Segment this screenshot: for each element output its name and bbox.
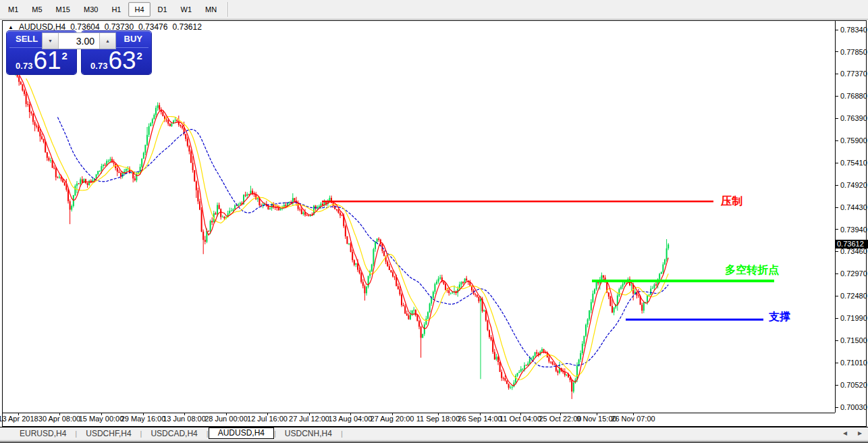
price-axis-label: 0.77370 — [840, 70, 867, 78]
timeframe-button-m5[interactable]: M5 — [26, 2, 48, 17]
chart-window — [2, 20, 867, 427]
chevron-down-icon: ▼ — [48, 38, 53, 43]
metatrader-window: M1M5M15M30H1H4D1W1MN ▲ AUDUSD,H4 0.73604… — [0, 0, 868, 443]
tab-scroll-arrows: ◂ ▸ — [841, 428, 864, 438]
price-tick — [836, 30, 838, 30]
price-axis-label: 0.76390 — [840, 114, 867, 122]
ohlc-high: 0.73730 — [105, 22, 134, 32]
price-tick — [836, 273, 838, 274]
sell-price-big: 61 — [33, 49, 61, 73]
chart-tab-bar: EURUSD,H4|USDCHF,H4|USDCAD,H4|AUDUSD,H4|… — [0, 427, 868, 440]
timeframe-button-m30[interactable]: M30 — [78, 2, 104, 17]
price-tick — [836, 163, 838, 163]
tab-separator: | — [341, 429, 343, 438]
ohlc-close: 0.73612 — [172, 22, 201, 32]
price-tick — [836, 363, 838, 363]
price-tick — [836, 51, 838, 52]
price-axis-label: 0.72480 — [840, 292, 867, 300]
price-tick — [836, 407, 838, 408]
price-axis-label: 0.70030 — [840, 403, 867, 411]
buy-label: BUY — [124, 34, 142, 44]
price-axis-label: 0.74430 — [840, 203, 867, 211]
sell-price: 0.73 61 2 — [7, 49, 76, 73]
time-axis-label: 26 Nov 07:00 — [605, 415, 661, 423]
buy-price-big: 63 — [108, 49, 136, 73]
status-strip — [0, 440, 868, 443]
timeframe-button-h1[interactable]: H1 — [105, 2, 127, 17]
price-tick — [836, 74, 838, 74]
price-tick — [836, 185, 838, 186]
price-axis-label: 0.70520 — [840, 381, 867, 389]
resistance-line-label[interactable]: 压制 — [721, 194, 742, 209]
price-tick — [836, 296, 838, 296]
chart-symbol-period: AUDUSD,H4 — [19, 22, 65, 32]
ohlc-open: 0.73604 — [70, 22, 99, 32]
chart-tab-audusd[interactable]: AUDUSD,H4 — [209, 427, 274, 439]
chart-tab-usdcad[interactable]: USDCAD,H4 — [142, 428, 206, 440]
chevron-up-icon: ▲ — [105, 38, 110, 43]
price-tick — [836, 318, 838, 319]
price-tick — [836, 385, 838, 386]
sell-price-sup: 2 — [62, 50, 67, 61]
pivot-line-label[interactable]: 多空转折点 — [725, 263, 779, 278]
price-axis-label: 0.75410 — [840, 159, 867, 167]
chart-tab-usdchf[interactable]: USDCHF,H4 — [77, 428, 140, 440]
price-tick — [836, 207, 838, 208]
price-axis-label: 0.75900 — [840, 136, 867, 145]
price-axis-label: 0.73940 — [840, 226, 867, 234]
volume-value[interactable]: 3.00 — [59, 33, 99, 49]
toolbar-separator — [227, 2, 229, 17]
price-axis-label: 0.73460 — [840, 247, 867, 255]
buy-price-sup: 2 — [137, 50, 142, 61]
price-axis-label: 0.71990 — [840, 314, 867, 322]
chart-tab-eurusd[interactable]: EURUSD,H4 — [11, 428, 75, 440]
price-tick — [836, 118, 838, 119]
volume-stepper: ▼ 3.00 ▲ — [42, 32, 116, 49]
price-axis-label: 0.77850 — [840, 48, 867, 56]
time-axis-separator — [3, 413, 835, 413]
price-tick — [836, 96, 838, 97]
timeframe-button-m1[interactable]: M1 — [2, 2, 24, 17]
timeframe-button-m15[interactable]: M15 — [50, 2, 76, 17]
price-axis-label: 0.71500 — [840, 336, 867, 344]
price-tick — [836, 140, 838, 141]
price-axis-label: 0.78340 — [840, 26, 867, 34]
current-price-tag: 0.73612 — [836, 240, 868, 249]
sell-label: SELL — [16, 34, 38, 44]
timeframe-toolbar: M1M5M15M30H1H4D1W1MN — [0, 0, 868, 20]
ohlc-low: 0.73476 — [138, 22, 167, 32]
price-tick — [836, 229, 838, 230]
price-axis-label: 0.72970 — [840, 269, 867, 278]
one-click-trading-panel: SELL 0.73 61 2 BUY 0.73 63 2 ▼ 3.00 ▲ — [7, 31, 151, 74]
volume-increase-button[interactable]: ▲ — [99, 33, 115, 49]
timeframe-button-w1[interactable]: W1 — [175, 2, 198, 17]
price-tick — [836, 251, 838, 252]
tab-scroll-left-icon[interactable]: ◂ — [841, 428, 849, 438]
price-tick — [836, 340, 838, 341]
buy-price-prefix: 0.73 — [90, 61, 107, 71]
tab-scroll-right-icon[interactable]: ▸ — [856, 428, 864, 438]
price-axis-label: 0.71010 — [840, 359, 867, 367]
chart-tab-usdcnh[interactable]: USDCNH,H4 — [276, 428, 341, 440]
timeframe-button-h4[interactable]: H4 — [128, 2, 150, 17]
price-axis-label: 0.76880 — [840, 92, 867, 100]
chart-header: ▲ AUDUSD,H4 0.73604 0.73730 0.73476 0.73… — [8, 22, 202, 32]
collapse-icon[interactable]: ▲ — [8, 24, 13, 30]
price-axis-label: 0.74920 — [840, 181, 867, 189]
buy-price: 0.73 63 2 — [82, 49, 151, 73]
volume-decrease-button[interactable]: ▼ — [43, 33, 59, 49]
timeframe-button-mn[interactable]: MN — [199, 2, 223, 17]
price-axis-separator — [835, 21, 836, 413]
support-line-label[interactable]: 支撑 — [769, 310, 790, 324]
timeframe-button-d1[interactable]: D1 — [152, 2, 173, 17]
sell-price-prefix: 0.73 — [16, 61, 32, 71]
